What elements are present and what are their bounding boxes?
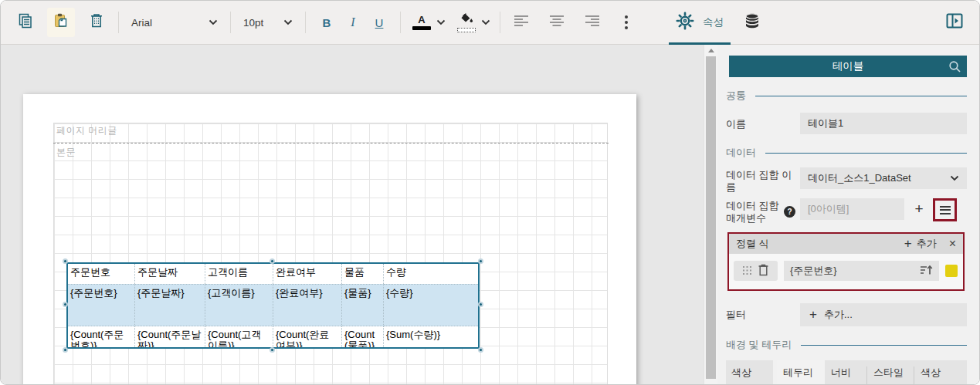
fill-color-label: 색상 (731, 366, 773, 380)
align-left-icon (514, 15, 528, 29)
selection-handle[interactable] (478, 347, 483, 353)
align-center-button[interactable] (544, 8, 570, 37)
sort-row-controls (734, 261, 778, 281)
sort-expression-field[interactable]: {주문번호} (784, 261, 939, 281)
filter-add-button[interactable]: + 추가... (800, 303, 967, 326)
table-footer-cell[interactable]: {Count(주문날짜)} (135, 326, 205, 347)
scrollbar-thumb[interactable] (706, 56, 716, 379)
table-header-cell[interactable]: 수량 (384, 264, 478, 284)
fill-color-button[interactable] (453, 8, 480, 37)
dataset-name-select[interactable]: 데이터_소스1_DataSet (800, 167, 967, 189)
chevron-down-icon (209, 19, 218, 25)
italic-button[interactable]: I (340, 8, 366, 37)
font-size-select[interactable]: 10pt (239, 8, 297, 37)
table-footer-cell[interactable]: {Count(주문번호)} (68, 326, 135, 347)
design-canvas[interactable]: 페이지 머리글 본문 주문번호 주문날짜 고객이름 완료여부 물품 수량 {주문… (1, 45, 704, 385)
table-footer-cell[interactable]: {Count(완료여부)} (273, 326, 342, 347)
sort-panel-header: 정렬 식 + 추가 × (729, 234, 963, 254)
table-data-cell[interactable]: {주문번호} (68, 284, 135, 326)
table-data-cell[interactable]: {수량} (384, 284, 478, 326)
selection-handle[interactable] (270, 347, 275, 353)
name-row: 이름 테이블1 (726, 113, 967, 134)
name-input[interactable]: 테이블1 (800, 113, 967, 134)
bold-button[interactable]: B (314, 8, 340, 37)
copy-icon (17, 12, 34, 32)
report-table[interactable]: 주문번호 주문날짜 고객이름 완료여부 물품 수량 {주문번호} {주문날짜} … (66, 262, 480, 349)
delete-button[interactable] (83, 8, 110, 37)
table-data-cell[interactable]: {물품} (342, 284, 384, 326)
help-icon[interactable]: ? (784, 206, 795, 218)
sort-color-swatch[interactable] (945, 265, 958, 277)
vertical-scrollbar[interactable] (704, 45, 717, 385)
selection-handle[interactable] (63, 258, 68, 264)
copy-button[interactable] (12, 8, 39, 37)
selection-handle[interactable] (478, 302, 483, 307)
table-header-cell[interactable]: 완료여부 (273, 264, 342, 284)
toolbar-separator (500, 12, 500, 33)
toolbar-separator (305, 12, 306, 33)
add-parameter-button[interactable]: + (908, 198, 930, 220)
table-data-cell[interactable]: {고객이름} (205, 284, 273, 326)
table-header-cell[interactable]: 주문날짜 (135, 264, 205, 284)
sort-direction-icon[interactable] (920, 265, 933, 278)
border-width-control[interactable]: 너비 1pt (825, 360, 866, 385)
underline-button[interactable]: U (366, 8, 392, 37)
database-icon (743, 12, 761, 33)
search-icon (948, 59, 961, 73)
dataset-params-row: 데이터 집합 매개변수 ? [0아이템] + (726, 198, 967, 225)
fill-color-control[interactable]: 색상 (726, 360, 773, 385)
selection-handle[interactable] (63, 347, 68, 353)
text-color-swatch (412, 26, 431, 30)
selection-handle[interactable] (63, 302, 68, 307)
text-color-dropdown[interactable] (435, 8, 447, 37)
delete-sort-icon[interactable] (758, 264, 769, 279)
section-data-label: 데이터 (726, 146, 756, 160)
border-all-control[interactable]: 테두리 모두 (777, 360, 825, 385)
dots-vertical-icon (625, 15, 628, 19)
border-width-label: 너비 (831, 366, 866, 380)
border-label: 테두리 (783, 366, 825, 380)
table-data-cell[interactable]: {주문날짜} (135, 284, 205, 326)
border-color-control[interactable]: 색상 (914, 360, 967, 385)
dataset-params-input[interactable]: [0아이템] (800, 198, 904, 220)
paste-icon (53, 12, 70, 32)
page-header-section-label: 페이지 머리글 (56, 124, 117, 137)
sort-menu-button[interactable] (933, 198, 957, 221)
text-color-icon: A (418, 15, 425, 25)
sort-add-button[interactable]: 추가 (917, 237, 937, 251)
report-page[interactable]: 페이지 머리글 본문 주문번호 주문날짜 고객이름 완료여부 물품 수량 {주문… (23, 94, 636, 385)
plus-icon[interactable]: + (904, 236, 912, 252)
section-divider-line (801, 345, 967, 346)
table-header-cell[interactable]: 주문번호 (68, 264, 135, 284)
more-options-button[interactable] (615, 8, 638, 37)
selection-handle[interactable] (478, 258, 483, 264)
selection-handle[interactable] (270, 258, 275, 264)
table-data-cell[interactable]: {완료여부} (273, 284, 342, 326)
tab-properties[interactable]: 속성 (669, 1, 731, 45)
table-header-cell[interactable]: 고객이름 (205, 264, 273, 284)
table-footer-cell[interactable]: {Count(고객이름)} (205, 326, 273, 347)
font-family-select[interactable]: Arial (127, 8, 222, 37)
fill-color-dropdown[interactable] (480, 8, 492, 37)
toolbar-separator (400, 12, 401, 33)
toolbar-separator (230, 12, 231, 33)
scroll-up-arrow-icon[interactable] (708, 49, 714, 52)
drag-handle-icon[interactable] (743, 265, 751, 277)
text-color-button[interactable]: A (409, 8, 435, 37)
border-style-control[interactable]: 스타일 없음 (867, 360, 914, 385)
section-divider-line (765, 153, 967, 154)
table-header-cell[interactable]: 물품 (342, 264, 384, 284)
data-sources-button[interactable] (737, 8, 768, 37)
search-button[interactable] (948, 59, 961, 76)
table-footer-cell[interactable]: {Sum(수량)} (384, 326, 478, 347)
align-right-button[interactable] (579, 8, 605, 37)
section-background-border: 배경 및 테두리 (726, 338, 967, 352)
paste-button[interactable] (47, 8, 75, 37)
font-family-value: Arial (131, 17, 209, 29)
sort-expression-panel: 정렬 식 + 추가 × (727, 232, 965, 291)
fill-color-icon (459, 12, 473, 26)
table-footer-cell[interactable]: {Count(물품)} (342, 326, 384, 347)
collapse-panel-button[interactable] (939, 8, 970, 37)
align-left-button[interactable] (508, 8, 534, 37)
close-icon[interactable]: × (949, 237, 956, 251)
